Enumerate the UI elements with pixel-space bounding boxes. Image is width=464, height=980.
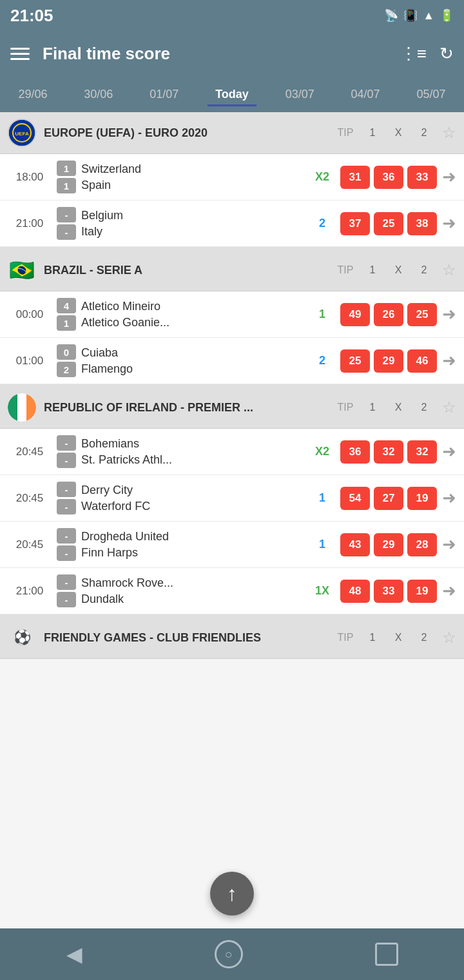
score-home: - bbox=[57, 207, 76, 222]
league-header-ireland: REPUBLIC OF IRELAND - PREMIER ... TIP 1 … bbox=[0, 387, 464, 429]
match-arrow[interactable]: ➜ bbox=[442, 488, 456, 508]
match-teams: Derry City Waterford FC bbox=[81, 484, 304, 513]
odd-2: 46 bbox=[407, 349, 437, 373]
team-away: Italy bbox=[81, 225, 304, 239]
match-arrow[interactable]: ➜ bbox=[442, 442, 456, 462]
match-scores: - - bbox=[57, 435, 76, 468]
odd-1: 31 bbox=[340, 166, 370, 189]
odd-2: 28 bbox=[407, 533, 437, 556]
odd-1: 48 bbox=[340, 580, 370, 603]
odds-group: 49 26 25 bbox=[340, 303, 437, 326]
menu-button[interactable] bbox=[10, 48, 30, 60]
cast-icon: 📡 bbox=[384, 8, 398, 23]
team-away: Waterford FC bbox=[81, 500, 304, 513]
match-arrow[interactable]: ➜ bbox=[442, 581, 456, 601]
score-home: - bbox=[57, 482, 76, 497]
list-view-icon[interactable]: ⋮≡ bbox=[400, 44, 427, 64]
match-scores: 1 1 bbox=[57, 161, 76, 193]
match-row: 20:45 - - Bohemians St. Patricks Athl...… bbox=[0, 429, 464, 475]
back-button[interactable]: ◀ bbox=[66, 942, 82, 966]
col-2-header: 2 bbox=[414, 127, 434, 139]
match-arrow[interactable]: ➜ bbox=[442, 534, 456, 554]
match-row: 00:00 4 1 Atletico Mineiro Atletico Goan… bbox=[0, 291, 464, 338]
odd-2: 33 bbox=[407, 166, 437, 189]
match-tip: 2 bbox=[309, 354, 335, 368]
odd-1: 36 bbox=[340, 440, 370, 464]
match-tip: 2 bbox=[309, 217, 335, 230]
match-time: 18:00 bbox=[8, 171, 52, 184]
team-away: Spain bbox=[81, 179, 304, 192]
team-home: Belgium bbox=[81, 209, 304, 222]
wifi-icon: ▲ bbox=[423, 9, 434, 23]
odds-group: 43 29 28 bbox=[340, 533, 437, 556]
tip-header: TIP bbox=[334, 127, 357, 139]
battery-icon: 🔋 bbox=[440, 8, 454, 23]
score-home: - bbox=[57, 574, 76, 590]
tab-01-07[interactable]: 01/07 bbox=[142, 83, 186, 106]
tip-header: TIP bbox=[334, 402, 357, 413]
match-scores: 4 1 bbox=[57, 298, 76, 331]
favorite-star-ireland[interactable]: ☆ bbox=[442, 398, 456, 416]
team-home: Atletico Mineiro bbox=[81, 300, 304, 313]
vibrate-icon: 📳 bbox=[403, 8, 418, 23]
odds-group: 48 33 19 bbox=[340, 580, 437, 603]
odd-1: 37 bbox=[340, 212, 370, 235]
odd-2: 32 bbox=[407, 440, 437, 464]
favorite-star-brazil[interactable]: ☆ bbox=[442, 261, 456, 279]
status-time: 21:05 bbox=[10, 6, 53, 26]
match-row: 01:00 0 2 Cuiaba Flamengo 2 25 29 46 ➜ bbox=[0, 338, 464, 384]
match-time: 20:45 bbox=[8, 538, 52, 551]
odd-x: 29 bbox=[374, 533, 403, 556]
team-away: Dundalk bbox=[81, 593, 304, 606]
match-tip: 1X bbox=[309, 584, 335, 598]
col-x-header: X bbox=[388, 127, 409, 139]
odd-x: 27 bbox=[374, 487, 403, 510]
odd-x: 26 bbox=[374, 303, 403, 326]
refresh-icon[interactable]: ↻ bbox=[440, 44, 454, 64]
col-x-header: X bbox=[388, 632, 409, 643]
match-arrow[interactable]: ➜ bbox=[442, 167, 456, 187]
tab-05-07[interactable]: 05/07 bbox=[409, 83, 453, 106]
league-name-brazil: BRAZIL - SERIE A bbox=[44, 264, 326, 277]
odd-x: 32 bbox=[374, 440, 403, 464]
favorite-star-uefa[interactable]: ☆ bbox=[442, 124, 456, 142]
col-x-header: X bbox=[388, 402, 409, 413]
odds-group: 25 29 46 bbox=[340, 349, 437, 373]
match-tip: 1 bbox=[309, 538, 335, 551]
score-home: 1 bbox=[57, 161, 76, 176]
match-arrow[interactable]: ➜ bbox=[442, 213, 456, 233]
tab-03-07[interactable]: 03/07 bbox=[278, 83, 322, 106]
odds-group: 31 36 33 bbox=[340, 166, 437, 189]
odd-1: 43 bbox=[340, 533, 370, 556]
match-time: 21:00 bbox=[8, 217, 52, 230]
odd-1: 49 bbox=[340, 303, 370, 326]
match-scores: - - bbox=[57, 574, 76, 607]
league-col-headers: TIP 1 X 2 bbox=[334, 127, 434, 139]
col-1-header: 1 bbox=[362, 632, 383, 643]
match-row: 21:00 - - Belgium Italy 2 37 25 38 ➜ bbox=[0, 201, 464, 247]
app-header: Final time score ⋮≡ ↻ bbox=[0, 31, 464, 76]
scroll-up-button[interactable]: ↑ bbox=[210, 872, 254, 916]
match-teams: Shamrock Rove... Dundalk bbox=[81, 576, 304, 606]
tab-04-07[interactable]: 04/07 bbox=[343, 83, 388, 106]
col-1-header: 1 bbox=[362, 264, 383, 276]
match-scores: - - bbox=[57, 207, 76, 240]
league-header-friendly: ⚽ FRIENDLY GAMES - CLUB FRIENDLIES TIP 1… bbox=[0, 617, 464, 659]
tab-today[interactable]: Today bbox=[208, 83, 256, 106]
match-tip: X2 bbox=[309, 445, 335, 458]
odd-x: 36 bbox=[374, 166, 403, 189]
tab-29-06[interactable]: 29/06 bbox=[10, 83, 55, 106]
tab-30-06[interactable]: 30/06 bbox=[76, 83, 121, 106]
bottom-nav: ◀ ○ bbox=[0, 928, 464, 980]
home-button[interactable]: ○ bbox=[215, 940, 243, 968]
odd-1: 25 bbox=[340, 349, 370, 373]
favorite-star-friendly[interactable]: ☆ bbox=[442, 629, 456, 647]
match-arrow[interactable]: ➜ bbox=[442, 351, 456, 371]
league-header-uefa: UEFA EUROPE (UEFA) - EURO 2020 TIP 1 X 2… bbox=[0, 112, 464, 154]
team-away: Flamengo bbox=[81, 362, 304, 376]
league-col-headers: TIP 1 X 2 bbox=[334, 264, 434, 276]
recents-button[interactable] bbox=[375, 943, 398, 966]
match-teams: Atletico Mineiro Atletico Goanie... bbox=[81, 300, 304, 329]
match-arrow[interactable]: ➜ bbox=[442, 304, 456, 324]
team-home: Cuiaba bbox=[81, 346, 304, 360]
